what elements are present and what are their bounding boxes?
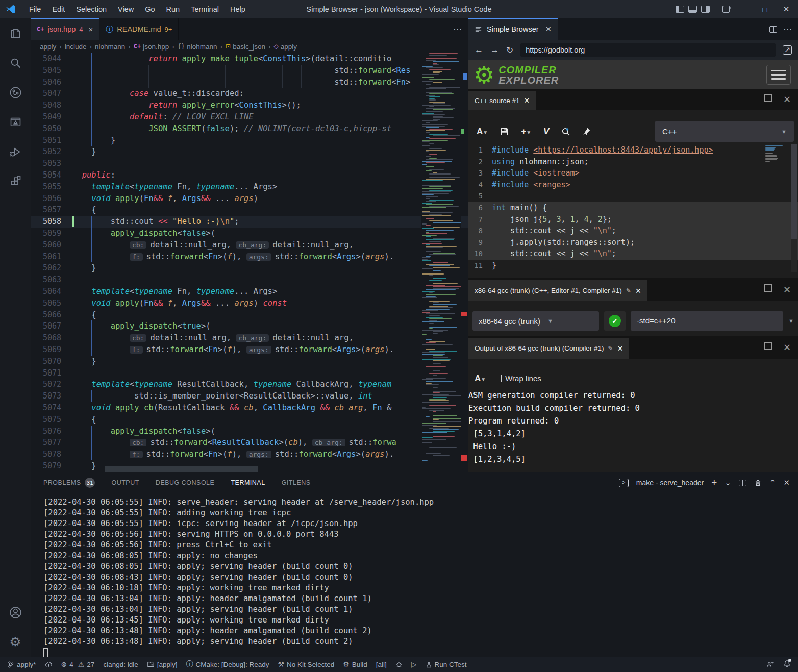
maximize-pane-icon[interactable] [764, 342, 772, 350]
close-button[interactable]: ✕ [778, 5, 795, 14]
close-tab-icon[interactable]: ✕ [545, 24, 552, 34]
ce-output-tab[interactable]: Output of x86-64 gcc (trunk) (Compiler #… [468, 338, 629, 359]
toggle-sidebar-icon[interactable] [676, 6, 684, 13]
remote-explorer-icon[interactable] [0, 107, 31, 137]
terminal-title[interactable]: make - serve_header [636, 479, 704, 487]
wrap-lines-checkbox[interactable]: Wrap lines [494, 374, 541, 383]
menu-view[interactable]: View [112, 0, 139, 18]
run-debug-icon[interactable] [0, 137, 31, 166]
panel-tab-problems[interactable]: PROBLEMS31 [43, 472, 95, 493]
notifications-bell-icon[interactable] [783, 660, 791, 669]
horizontal-scrollbar[interactable] [72, 466, 421, 472]
close-pane-icon[interactable]: ✕ [783, 94, 791, 105]
tab-simple-browser[interactable]: Simple Browser ✕ [468, 18, 558, 40]
kit-item[interactable]: ⚒No Kit Selected [278, 660, 335, 668]
settings-gear-icon[interactable]: ⚙ [0, 627, 31, 657]
language-select[interactable]: C++▼ [655, 121, 794, 142]
new-terminal-icon[interactable]: + [711, 477, 717, 488]
git-branch-item[interactable]: apply* [7, 661, 36, 668]
menu-go[interactable]: Go [139, 0, 160, 18]
launch-item[interactable]: ▷ [411, 660, 417, 668]
breadcrumb-item-basic_json[interactable]: ⊡basic_json [226, 43, 265, 51]
breadcrumb-item-apply[interactable]: ◇apply [273, 43, 297, 51]
panel-tab-debug-console[interactable]: DEBUG CONSOLE [156, 472, 215, 493]
close-pane-icon[interactable]: ✕ [783, 342, 791, 353]
reload-icon[interactable]: ↻ [506, 45, 513, 56]
toggle-secondary-sidebar-icon[interactable] [701, 6, 710, 13]
panel-tab-terminal[interactable]: TERMINAL [231, 472, 265, 493]
vim-toggle-button[interactable]: V [543, 127, 549, 137]
ctest-item[interactable]: Run CTest [426, 661, 467, 668]
ce-menu-burger-icon[interactable] [766, 65, 791, 85]
back-icon[interactable]: ← [475, 45, 483, 55]
font-size-button[interactable]: A▼ [477, 127, 488, 137]
panel-tab-gitlens[interactable]: GITLENS [282, 472, 311, 493]
split-editor-icon[interactable] [769, 26, 777, 33]
account-icon[interactable] [0, 598, 31, 627]
debug-item[interactable] [395, 661, 403, 668]
feedback-icon[interactable] [766, 661, 774, 668]
split-terminal-icon[interactable] [739, 480, 746, 486]
cmake-project-item[interactable]: [apply] [147, 661, 178, 668]
menu-terminal[interactable]: Terminal [185, 0, 225, 18]
tab-readme-md[interactable]: ⓘ README.md 9+ [99, 18, 179, 40]
menu-edit[interactable]: Edit [46, 0, 70, 18]
close-tab-icon[interactable]: × [89, 25, 93, 34]
menu-run[interactable]: Run [161, 0, 186, 18]
extensions-icon[interactable] [0, 166, 31, 196]
problems-item[interactable]: ⊗4 ⚠27 [61, 660, 95, 668]
editor-more-actions-icon[interactable]: ⋯ [453, 24, 462, 35]
compiler-options-input[interactable]: -std=c++20 [631, 311, 783, 331]
url-input[interactable]: https://godbolt.org [520, 43, 776, 57]
breadcrumb-item-include[interactable]: include [65, 43, 87, 51]
tab-json-hpp[interactable]: C+ json.hpp 4 × [31, 18, 99, 40]
build-item[interactable]: ⚙Build [343, 660, 367, 668]
terminal-dropdown-icon[interactable]: ⌄ [725, 478, 731, 487]
breadcrumb-item-nlohmann[interactable]: {}nlohmann [178, 43, 217, 51]
breadcrumb-item-nlohmann[interactable]: nlohmann [95, 43, 125, 51]
terminal-output[interactable]: [2022-04-30 06:05:55] INFO: serve_header… [43, 497, 793, 657]
cmake-status-item[interactable]: ⓘCMake: [Debug]: Ready [186, 660, 269, 669]
minimize-button[interactable]: ─ [735, 5, 752, 14]
customize-layout-icon[interactable] [722, 6, 730, 13]
ce-source-tab[interactable]: C++ source #1✕ [468, 91, 536, 110]
close-icon[interactable]: ✕ [617, 344, 624, 353]
add-pane-button[interactable]: +▼ [521, 127, 531, 137]
panel-tab-output[interactable]: OUTPUT [111, 472, 139, 493]
source-control-icon[interactable] [0, 78, 31, 107]
search-icon[interactable] [0, 48, 31, 78]
menu-file[interactable]: File [23, 0, 46, 18]
menu-selection[interactable]: Selection [70, 0, 112, 18]
ce-compiler-tab[interactable]: x86-64 gcc (trunk) (C++, Editor #1, Comp… [468, 280, 647, 301]
close-icon[interactable]: ✕ [635, 287, 641, 295]
font-size-button[interactable]: A▼ [475, 374, 486, 384]
ce-source-editor[interactable]: 1#include <https://localhost:8443/apply/… [468, 144, 798, 272]
ce-scrollbar[interactable] [791, 144, 797, 272]
maximize-pane-icon[interactable] [764, 94, 772, 102]
menu-help[interactable]: Help [225, 0, 251, 18]
breadcrumb-item-json.hpp[interactable]: C+json.hpp [134, 43, 169, 51]
open-external-icon[interactable]: ↗ [783, 45, 792, 55]
build-target-item[interactable]: [all] [376, 661, 387, 668]
explorer-icon[interactable] [0, 18, 31, 48]
save-icon[interactable] [500, 127, 509, 136]
close-panel-icon[interactable]: ✕ [783, 478, 790, 487]
options-dropdown-icon[interactable]: ▼ [788, 318, 794, 324]
close-icon[interactable]: ✕ [524, 96, 530, 105]
rename-icon[interactable]: ✎ [626, 287, 631, 294]
maximize-pane-icon[interactable] [764, 284, 772, 292]
minimap[interactable] [421, 53, 461, 465]
clangd-status-item[interactable]: clangd: idle [103, 661, 138, 668]
forward-icon[interactable]: → [490, 45, 499, 55]
maximize-button[interactable]: □ [756, 5, 774, 14]
rename-icon[interactable]: ✎ [608, 345, 613, 352]
browser-more-actions-icon[interactable]: ⋯ [783, 24, 792, 35]
code-editor[interactable]: 5044return apply_make_tuple<ConstThis>(d… [31, 53, 468, 472]
compiler-select[interactable]: x86-64 gcc (trunk)▼ [472, 311, 599, 331]
sync-item[interactable] [45, 661, 53, 668]
kill-terminal-icon[interactable] [754, 479, 762, 487]
breadcrumb-item-apply[interactable]: apply [40, 43, 56, 51]
maximize-panel-icon[interactable]: ⌃ [769, 478, 776, 487]
close-pane-icon[interactable]: ✕ [783, 284, 791, 295]
load-save-icon[interactable] [561, 127, 570, 136]
